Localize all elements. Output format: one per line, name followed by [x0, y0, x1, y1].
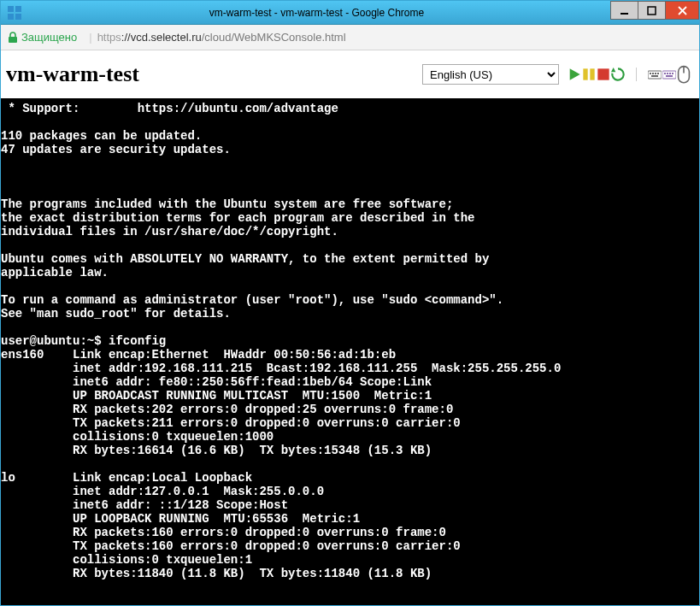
terminal-line: Ubuntu comes with ABSOLUTELY NO WARRANTY…: [1, 252, 699, 266]
svg-rect-22: [667, 73, 668, 74]
svg-rect-12: [597, 68, 609, 79]
mouse-icon[interactable]: [677, 68, 691, 81]
terminal-line: UP LOOPBACK RUNNING MTU:65536 Metric:1: [1, 512, 699, 526]
language-select[interactable]: English (US): [422, 64, 559, 85]
terminal-line: individual files in /usr/share/doc/*/cop…: [1, 225, 699, 238]
terminal-line: UP BROADCAST RUNNING MULTICAST MTU:1500 …: [1, 389, 699, 403]
url-separator: |: [89, 31, 91, 44]
svg-rect-14: [648, 71, 662, 79]
terminal-line: To run a command as administrator (user …: [1, 293, 699, 307]
svg-rect-11: [590, 68, 594, 79]
terminal-line: [1, 279, 699, 293]
keyboard-icon[interactable]: [648, 68, 662, 81]
svg-rect-23: [669, 73, 671, 74]
terminal-line: lo Link encap:Local Loopback: [1, 471, 699, 485]
terminal-line: [1, 457, 699, 471]
terminal-line: collisions:0 txqueuelen:1: [1, 553, 699, 567]
close-button[interactable]: [665, 1, 699, 20]
terminal-line: [1, 170, 699, 184]
terminal-line: user@ubuntu:~$ ifconfig: [1, 334, 699, 348]
terminal-line: the exact distribution terms for each pr…: [1, 211, 699, 225]
svg-rect-10: [583, 68, 587, 79]
terminal-line: inet addr:127.0.0.1 Mask:255.0.0.0: [1, 485, 699, 498]
toolbar-separator: [636, 68, 637, 81]
svg-marker-9: [570, 68, 580, 79]
terminal-line: [1, 321, 699, 334]
terminal-line: inet addr:192.168.111.215 Bcast:192.168.…: [1, 362, 699, 375]
keyboard-alt-icon[interactable]: [662, 68, 676, 81]
refresh-icon[interactable]: [611, 68, 625, 81]
url-display[interactable]: https://vcd.selectel.ru/cloud/WebMKSCons…: [97, 31, 346, 44]
url-host: ://vcd.selectel.ru: [121, 31, 202, 44]
terminal-line: 110 packages can be updated.: [1, 129, 699, 143]
power-controls: [568, 68, 625, 81]
app-icon: [6, 4, 23, 21]
url-path: /cloud/WebMKSConsole.html: [202, 31, 346, 44]
terminal-line: [1, 156, 699, 170]
svg-rect-1: [15, 6, 21, 12]
play-icon[interactable]: [568, 68, 581, 81]
svg-rect-4: [621, 13, 628, 15]
window-controls: [610, 1, 699, 24]
svg-rect-19: [651, 75, 658, 77]
terminal-line: RX bytes:16614 (16.6 KB) TX bytes:15348 …: [1, 444, 699, 457]
input-controls: [648, 68, 691, 81]
svg-rect-5: [648, 7, 656, 15]
svg-rect-15: [650, 73, 651, 74]
svg-rect-0: [8, 6, 14, 12]
pause-icon[interactable]: [582, 68, 596, 81]
terminal-line: * Support: https://ubuntu.com/advantage: [1, 102, 699, 115]
secure-label: Защищено: [21, 31, 77, 44]
terminal-line: inet6 addr: fe80::250:56ff:fead:1beb/64 …: [1, 375, 699, 389]
svg-rect-18: [657, 73, 659, 74]
terminal-line: ens160 Link encap:Ethernet HWaddr 00:50:…: [1, 348, 699, 362]
terminal-line: [1, 238, 699, 252]
terminal-line: [1, 115, 699, 129]
svg-marker-13: [611, 68, 615, 72]
svg-rect-25: [666, 75, 673, 77]
lock-icon: [8, 32, 18, 44]
window-title: vm-warm-test - vm-warm-test - Google Chr…: [23, 7, 610, 19]
minimize-button[interactable]: [610, 1, 638, 20]
stop-icon[interactable]: [597, 68, 610, 81]
terminal-line: collisions:0 txqueuelen:1000: [1, 430, 699, 444]
svg-rect-2: [8, 14, 14, 20]
address-bar: Защищено | https://vcd.selectel.ru/cloud…: [1, 25, 699, 50]
svg-rect-21: [664, 73, 666, 74]
console-toolbar: vm-warm-test English (US): [1, 50, 699, 98]
url-scheme: https: [97, 31, 121, 44]
terminal-line: applicable law.: [1, 266, 699, 279]
terminal-line: RX bytes:11840 (11.8 KB) TX bytes:11840 …: [1, 567, 699, 580]
window-titlebar: vm-warm-test - vm-warm-test - Google Chr…: [1, 1, 699, 25]
terminal-line: [1, 184, 699, 197]
svg-rect-3: [15, 14, 21, 20]
terminal-line: See "man sudo_root" for details.: [1, 307, 699, 321]
terminal-line: TX packets:211 errors:0 dropped:0 overru…: [1, 416, 699, 430]
terminal-line: RX packets:160 errors:0 dropped:0 overru…: [1, 526, 699, 539]
svg-rect-17: [655, 73, 656, 74]
terminal-line: 47 updates are security updates.: [1, 143, 699, 156]
maximize-button[interactable]: [638, 1, 665, 20]
terminal-line: RX packets:202 errors:0 dropped:25 overr…: [1, 403, 699, 416]
terminal-output[interactable]: * Support: https://ubuntu.com/advantage …: [1, 98, 699, 605]
terminal-line: The programs included with the Ubuntu sy…: [1, 197, 699, 211]
terminal-line: TX packets:160 errors:0 dropped:0 overru…: [1, 539, 699, 553]
svg-rect-16: [652, 73, 654, 74]
page-title: vm-warm-test: [6, 62, 139, 87]
svg-rect-8: [9, 37, 17, 43]
svg-rect-24: [672, 73, 674, 74]
svg-rect-20: [662, 71, 676, 79]
terminal-line: inet6 addr: ::1/128 Scope:Host: [1, 498, 699, 512]
